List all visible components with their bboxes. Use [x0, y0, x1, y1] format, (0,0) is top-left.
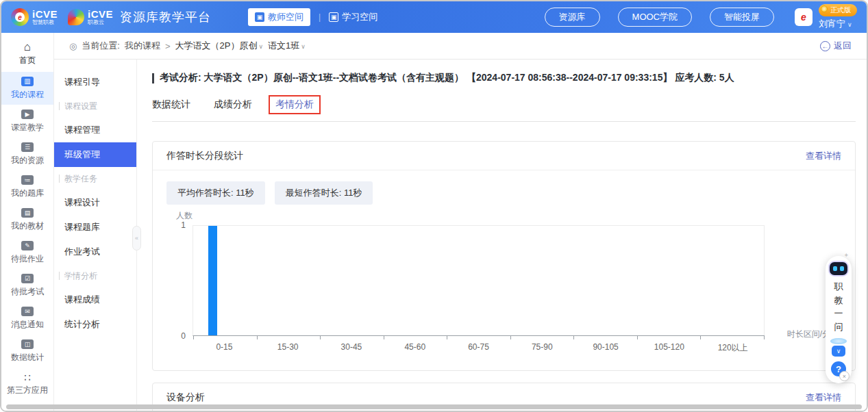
submenu-collapse-button[interactable]: «	[132, 226, 141, 250]
homework-icon: ✎	[21, 241, 34, 250]
stat-chip-1: 最短作答时长: 11秒	[275, 181, 373, 205]
chevron-down-icon: ∨	[847, 21, 852, 28]
home-icon: ⌂	[21, 41, 34, 52]
tabs: 数据统计成绩分析考情分析	[152, 95, 856, 114]
submenu: 课程引导课程设置课程管理班级管理教学任务课程设计课程题库作业考试学情分析课程成绩…	[54, 60, 137, 411]
sidebar-item-my-courses[interactable]: ▥我的课程	[1, 72, 53, 105]
location-pin-icon: ◎	[69, 41, 77, 51]
header-pill-0[interactable]: 资源库	[545, 8, 600, 27]
section-bar	[59, 102, 60, 110]
classroom-icon: ▶	[21, 110, 34, 119]
submenu-section-course-settings: 课程设置	[54, 94, 136, 118]
sidebar-item-data-statistics[interactable]: ◫数据统计	[1, 335, 53, 368]
sidebar-item-messages[interactable]: ✉消息通知	[1, 302, 53, 335]
textbook-icon: ▤	[21, 208, 34, 218]
tab-score-analysis[interactable]: 成绩分析	[214, 95, 252, 114]
submenu-label: 课程设置	[64, 101, 97, 112]
submenu-label: 课程成绩	[64, 294, 100, 306]
avatar[interactable]: e	[795, 8, 813, 26]
sidebar-item-label: 待批作业	[11, 253, 44, 265]
duration-detail-link[interactable]: 查看详情	[806, 150, 841, 162]
submenu-label: 统计分析	[64, 318, 100, 331]
header-pill-2[interactable]: 智能投屏	[710, 8, 774, 27]
sidebar-item-my-textbooks[interactable]: ▤我的教材	[1, 203, 53, 236]
horizontal-scrollbar[interactable]	[6, 404, 862, 409]
axis-tick	[700, 335, 701, 339]
header-pill-1[interactable]: MOOC学院	[618, 8, 692, 27]
duration-analysis-card: 作答时长分段统计 查看详情 平均作答时长: 11秒最短作答时长: 11秒 人数 …	[152, 141, 856, 371]
sidebar-item-label: 待批考试	[11, 286, 44, 298]
axis-tick	[257, 335, 258, 339]
submenu-label: 课程设计	[64, 196, 100, 209]
icve-swirl-logo-icon: e	[11, 8, 29, 26]
axis-tick	[320, 335, 321, 339]
x-tick-label: 0-15	[193, 342, 256, 354]
learning-space-label: 学习空间	[342, 11, 377, 23]
sidebar-item-home[interactable]: ⌂首页	[1, 36, 53, 70]
user-area: e 正式版 刘宵宁∨	[795, 4, 857, 30]
submenu-item-homework-exams[interactable]: 作业考试	[54, 240, 136, 264]
username-menu[interactable]: 刘宵宁∨	[819, 18, 852, 30]
learning-space-button[interactable]: ▣ 学习空间	[329, 11, 377, 23]
breadcrumb-class-dropdown[interactable]: 语文1班∨	[268, 40, 306, 52]
sidebar-item-third-party-apps[interactable]: ∷第三方应用	[1, 368, 53, 400]
sidebar-item-my-resources[interactable]: ☰我的资源	[1, 138, 53, 170]
x-tick-label: 45-60	[383, 342, 447, 354]
space-nav: ▣ 教师空间 | ▣ 学习空间	[248, 8, 377, 26]
tab-exam-situation-analysis[interactable]: 考情分析	[269, 95, 321, 114]
sidebar-item-label: 我的课程	[11, 89, 44, 101]
submenu-item-course-design[interactable]: 课程设计	[54, 190, 136, 215]
sidebar-item-label: 首页	[19, 55, 36, 66]
sidebar-item-pending-exams[interactable]: ☑待批考试	[1, 269, 53, 302]
chevron-down-icon: ∨	[258, 43, 263, 50]
stat-chips: 平均作答时长: 11秒最短作答时长: 11秒	[166, 181, 841, 205]
splash-icon	[830, 338, 847, 344]
axis-tick	[573, 335, 574, 339]
submenu-item-course-question-bank[interactable]: 课程题库	[54, 215, 136, 240]
submenu-item-statistical-analysis[interactable]: 统计分析	[54, 312, 136, 337]
axis-tick	[637, 335, 638, 339]
sidebar-item-pending-homework[interactable]: ✎待批作业	[1, 236, 53, 269]
axis-tick	[764, 335, 765, 339]
assistant-tool-button[interactable]: ∨	[832, 346, 845, 357]
teacher-space-button[interactable]: ▣ 教师空间	[248, 8, 310, 26]
sidebar-item-label: 课堂教学	[11, 122, 44, 133]
plot-area	[193, 225, 765, 336]
back-button[interactable]: ← 返回	[820, 40, 852, 52]
submenu-item-class-management[interactable]: 班级管理	[54, 142, 136, 167]
learning-space-icon: ▣	[329, 12, 338, 22]
stats-icon: ◫	[21, 339, 34, 349]
assistant-name[interactable]: 职教一问	[834, 280, 844, 333]
x-tick-label: 60-75	[447, 342, 510, 354]
nav-divider: |	[319, 12, 321, 22]
submenu-label: 课程管理	[64, 124, 100, 136]
resources-icon: ☰	[21, 142, 34, 152]
back-arrow-icon: ←	[820, 41, 830, 51]
y-tick-min: 0	[169, 331, 186, 341]
sidebar-item-label: 数据统计	[11, 352, 44, 363]
submenu-section-teaching-tasks: 教学任务	[54, 167, 136, 190]
submenu-label: 教学任务	[64, 173, 97, 185]
device-detail-link[interactable]: 查看详情	[806, 391, 841, 404]
stat-chip-0: 平均作答时长: 11秒	[166, 181, 265, 205]
assistant-close-button[interactable]: ×	[839, 371, 850, 381]
submenu-item-course-grades[interactable]: 课程成绩	[54, 287, 136, 312]
sidebar-item-label: 我的资源	[11, 155, 44, 166]
submenu-label: 课程题库	[64, 221, 100, 233]
sidebar-item-classroom-teaching[interactable]: ▶课堂教学	[1, 105, 53, 138]
sidebar-item-my-question-bank[interactable]: ≔我的题库	[1, 170, 53, 203]
teacher-space-label: 教师空间	[268, 11, 303, 23]
submenu-item-course-guide[interactable]: 课程引导	[54, 70, 136, 94]
submenu-item-course-management[interactable]: 课程管理	[54, 118, 136, 142]
axis-tick	[384, 335, 384, 339]
medal-icon	[821, 5, 828, 12]
sidebar-item-label: 消息通知	[11, 319, 44, 331]
robot-assistant-icon[interactable]	[830, 262, 847, 275]
assistant-widget: ✦ 职教一问 ∨ ?	[826, 256, 852, 383]
x-tick-label: 30-45	[320, 342, 384, 354]
breadcrumb-course-dropdown[interactable]: 大学语文（2P）原创∨	[175, 40, 264, 52]
tab-data-statistics[interactable]: 数据统计	[152, 95, 190, 114]
brand2-tagline: 职教云	[88, 20, 113, 25]
breadcrumb-root[interactable]: 我的课程	[125, 40, 160, 52]
duration-card-title: 作答时长分段统计	[166, 150, 243, 162]
